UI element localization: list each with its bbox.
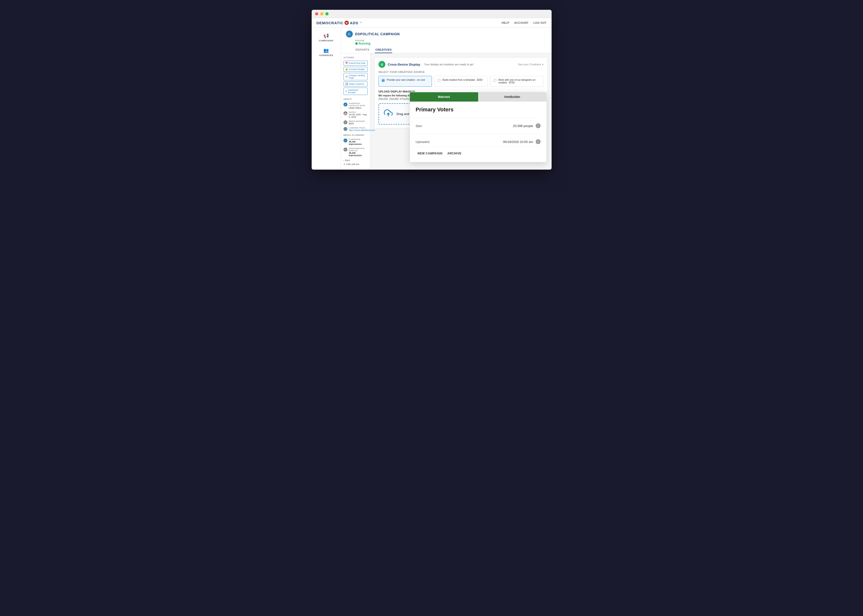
creative-type-icon: 🖥 <box>379 61 385 68</box>
size-info-icon[interactable]: i <box>536 123 541 128</box>
campaign-tabs: REPORTS CREATIVES <box>355 47 547 53</box>
source-template-label: Build creative from a template - $250 <box>443 79 483 81</box>
popup-tabs: Matched VoteBuilder <box>410 92 547 102</box>
budget-about-icon: $ <box>343 120 347 124</box>
sidebar-item-audiences[interactable]: 👥 AUDIENCES <box>312 45 341 60</box>
status-dot <box>355 42 358 45</box>
campaign-name: DSPOLITICAL CAMPAIGN <box>355 32 400 36</box>
media-planning-title: MEDIA PLANNING <box>343 134 368 136</box>
browser-dot-red[interactable] <box>315 12 318 16</box>
actions-title: ACTIONS <box>343 56 368 59</box>
nav-account[interactable]: ACCOUNT <box>514 21 528 24</box>
size-right: 20,588 people i <box>513 123 540 128</box>
app-logo: DEMOCRATIC ★ ADS ™ <box>316 20 362 25</box>
campaign-icon-letter: D <box>348 32 351 36</box>
landing-about-icon: 🌐 <box>343 127 347 131</box>
budget-label: Increase Budget <box>349 68 365 71</box>
source-option-template[interactable]: Build creative from a template - $250 <box>434 76 488 86</box>
creative-header: 🖥 Cross-Device Display Your display ad c… <box>379 61 544 68</box>
size-value: 20,588 people <box>513 124 533 128</box>
sidebar-item-campaigns[interactable]: 📢 CAMPAIGNS <box>312 30 341 45</box>
audience-label: AUDIENCE - CATALIST DATA <box>349 102 368 107</box>
creative-header-left: 🖥 Cross-Device Display Your display ad c… <box>379 61 474 68</box>
popup-content: Primary Voters Size: 20,588 people i Upl… <box>410 102 547 162</box>
browser-dot-green[interactable] <box>325 12 329 16</box>
popup-row-size: Size: 20,588 people i <box>416 121 541 131</box>
audiences-icon: 👥 <box>324 48 329 53</box>
browser-window: DEMOCRATIC ★ ADS ™ HELP ACCOUNT LOG OUT … <box>312 10 552 170</box>
source-option-designer[interactable]: Work with one of our designers on creati… <box>490 76 544 86</box>
see-creatives-link[interactable]: See your Creatives ▾ <box>518 63 544 66</box>
back-label: Back <box>345 159 350 162</box>
size-label: Size: <box>416 124 423 128</box>
dates-label: DATES <box>349 111 368 113</box>
new-campaign-button[interactable]: NEW CAMPAIGN <box>416 151 445 156</box>
uploaded-info-icon[interactable]: i <box>536 139 541 144</box>
campaigns-label: CAMPAIGNS <box>319 39 333 42</box>
logo-icon: ★ <box>344 20 349 25</box>
creative-type-emoji: 🖥 <box>380 63 384 66</box>
back-chevron: ‹ <box>343 159 344 162</box>
hide-x: ✕ <box>343 163 346 165</box>
status-value: Running <box>355 42 547 45</box>
upload-icon <box>384 108 393 119</box>
archive-button[interactable]: ARCHIVE <box>445 151 464 156</box>
change-landing-page-button[interactable]: 🔗 Change Landing Page <box>343 73 368 80</box>
popup-tab-votebuilder[interactable]: VoteBuilder <box>478 92 547 102</box>
source-designer-label: Work with one of our designers on creati… <box>498 79 540 84</box>
swap-creatives-button[interactable]: 🔄 Swap Creatives <box>343 82 368 86</box>
tab-creatives[interactable]: CREATIVES <box>375 47 392 53</box>
tab-reports[interactable]: REPORTS <box>355 47 370 53</box>
media-planning-section: MEDIA PLANNING C CAMPAIGN 38,448 Impress… <box>343 134 368 157</box>
app-header: DEMOCRATIC ★ ADS ™ HELP ACCOUNT LOG OUT <box>312 18 552 28</box>
audiences-label: AUDIENCES <box>319 54 333 57</box>
radio-template <box>437 79 441 82</box>
browser-dot-yellow[interactable] <box>320 12 324 16</box>
uploaded-right: 06/18/2020 10:05 am i <box>503 139 541 144</box>
nav-logout[interactable]: LOG OUT <box>533 21 547 24</box>
planning-display-label: CROSSDEVICE DISPLAY <box>349 147 368 152</box>
logo-star: ★ <box>346 22 348 24</box>
audience-popup: Matched VoteBuilder Primary Voters Size:… <box>410 92 547 162</box>
campaigns-icon: 📢 <box>324 33 329 38</box>
uploaded-value: 06/18/2020 10:05 am <box>503 140 533 144</box>
download-receipt-button[interactable]: ⬇ Download Receipt <box>343 88 368 95</box>
campaign-icon: D <box>346 31 353 38</box>
popup-tab-matched[interactable]: Matched <box>410 92 478 102</box>
dates-icon: 📅 <box>343 112 347 115</box>
sidebar-hide[interactable]: ✕ Hide side bar <box>343 163 368 165</box>
dates-value: Jul 28, 2020 - Aug 4, 2020 <box>349 113 368 118</box>
budget-label: MEDIA BUDGET <box>349 120 365 123</box>
radio-own <box>382 79 385 82</box>
extend-end-date-button[interactable]: 📅 Extend End Date <box>343 61 368 66</box>
landing-icon: 🔗 <box>345 75 348 78</box>
popup-row-uploaded: Uploaded: 06/18/2020 10:05 am i <box>416 137 541 146</box>
swap-label: Swap Creatives <box>349 83 364 85</box>
left-sidebar: 📢 CAMPAIGNS 👥 AUDIENCES <box>312 28 341 170</box>
source-own-label: Provide your own creative - no cost <box>387 79 425 81</box>
creative-title: Cross-Device Display <box>388 63 420 66</box>
landing-label: Change Landing Page <box>349 74 366 79</box>
campaign-title-row: D DSPOLITICAL CAMPAIGN <box>346 31 547 38</box>
planning-campaign-value: 38,448 Impressions <box>349 140 368 145</box>
status-text: Running <box>358 42 371 45</box>
sidebar-back[interactable]: ‹ Back <box>343 159 368 162</box>
planning-display-icon: D <box>343 148 347 151</box>
source-option-own[interactable]: Provide your own creative - no cost <box>379 76 432 86</box>
popup-title: Primary Voters <box>416 107 541 113</box>
audience-value: Likely Voters <box>349 107 368 109</box>
header-nav: HELP ACCOUNT LOG OUT <box>501 21 547 24</box>
planning-campaign-label: CAMPAIGN <box>349 138 368 140</box>
about-title: ABOUT <box>343 98 368 101</box>
nav-help[interactable]: HELP <box>501 21 509 24</box>
about-section: ABOUT A AUDIENCE - CATALIST DATA Likely … <box>343 98 368 131</box>
browser-toolbar <box>312 10 552 18</box>
audience-icon: A <box>343 102 347 107</box>
about-landing: 🌐 LANDING PAGE https://www.dspolitical.c… <box>343 127 368 131</box>
about-budget: $ MEDIA BUDGET $500 <box>343 120 368 125</box>
logo-text-democratic: DEMOCRATIC <box>316 21 344 25</box>
popup-divider-2 <box>416 134 541 134</box>
source-section-title: SELECT YOUR CREATIVES SOURCE <box>379 71 544 74</box>
increase-budget-button[interactable]: 💰 Increase Budget <box>343 67 368 72</box>
download-icon: ⬇ <box>345 90 347 93</box>
